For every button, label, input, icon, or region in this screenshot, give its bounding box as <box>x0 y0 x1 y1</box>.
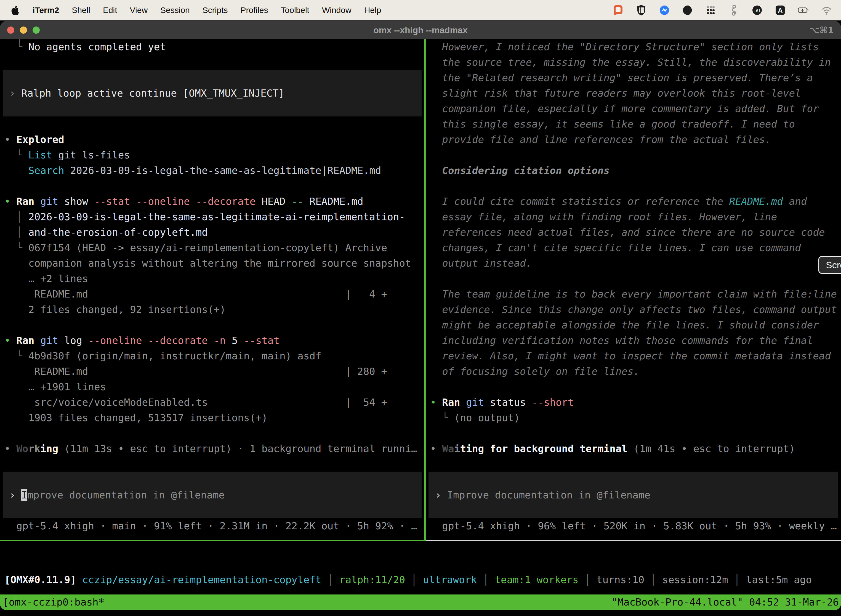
omx-status-line: [OMX#0.11.9] cczip/essay/ai-reimplementa… <box>0 572 841 588</box>
terminal-row: might be acceptable alongside the file l… <box>426 317 841 333</box>
screen-tooltip: Scre <box>818 256 841 274</box>
terminal-row: references need actual files, and since … <box>426 224 841 240</box>
terminal-row: › Improve documentation in @filename <box>428 487 838 503</box>
terminal-row: README.md | 4 + <box>0 286 424 302</box>
terminal-row: The team guideline is to back every impo… <box>426 286 841 302</box>
terminal-row <box>428 472 838 487</box>
terminal-row: gpt-5.4 xhigh · main · 91% left · 2.31M … <box>0 518 424 534</box>
terminal-row <box>0 55 424 70</box>
terminal-row: slight risk that future readers may over… <box>426 85 841 101</box>
right-pane: However, I noticed the "Directory Struct… <box>426 39 841 534</box>
terminal-row <box>0 456 424 472</box>
menu-item-window[interactable]: Window <box>322 6 352 15</box>
terminal-row <box>426 425 841 441</box>
terminal-row: • Working (11m 13s • esc to interrupt) ·… <box>0 441 424 456</box>
terminal-row: › Ralph loop active continue [OMX_TMUX_I… <box>3 85 422 101</box>
terminal-row: changes, I can't cite specific file line… <box>426 240 841 255</box>
terminal-row: └ (no output) <box>426 410 841 425</box>
terminal-row: the source tree, missing the essay. Stil… <box>426 55 841 70</box>
terminal-row: • Ran git status --short <box>426 395 841 410</box>
menu-item-profiles[interactable]: Profiles <box>240 6 268 15</box>
ralph-loop-banner[interactable]: › Ralph loop active continue [OMX_TMUX_I… <box>3 70 422 116</box>
terminal-row: including verification notes with those … <box>426 333 841 348</box>
terminal-row: evidence. Since this change only affects… <box>426 302 841 317</box>
terminal-row: • Explored <box>0 132 424 147</box>
terminal-row: … +2 lines <box>0 271 424 286</box>
terminal-row <box>426 147 841 163</box>
terminal-row <box>0 317 424 333</box>
terminal-row: └ No agents completed yet <box>0 39 424 55</box>
screen-tooltip-label: Scre <box>826 260 841 270</box>
terminal-row: Search 2026-03-09-is-legal-the-same-as-l… <box>0 163 424 178</box>
terminal-row: provide file and line references from th… <box>426 132 841 147</box>
terminal-row: • Ran git show --stat --oneline --decora… <box>0 194 424 209</box>
window-title: omx --xhigh --madmax <box>0 25 841 35</box>
terminal-row: However, I noticed the "Directory Struct… <box>426 39 841 55</box>
active-pane-border <box>0 540 426 541</box>
terminal-row: gpt-5.4 xhigh · 96% left · 520K in · 5.8… <box>426 518 841 534</box>
menu-item-view[interactable]: View <box>130 6 148 15</box>
terminal-row: … +1901 lines <box>0 379 424 395</box>
menu-item-scripts[interactable]: Scripts <box>202 6 228 15</box>
prompt-input-left[interactable]: › Improve documentation in @filename <box>3 472 422 518</box>
terminal-row <box>426 456 841 472</box>
screen-mirroring-icon[interactable] <box>612 4 624 16</box>
terminal-row <box>0 178 424 194</box>
wifi-icon[interactable] <box>820 4 833 16</box>
chain-squiggle-icon[interactable] <box>728 4 740 16</box>
terminal-row: └ 4b9d30f (origin/main, instructkr/main,… <box>0 348 424 364</box>
terminal-row: this single essay, it seems like a good … <box>426 116 841 132</box>
menu-item-toolbelt[interactable]: Toolbelt <box>281 6 309 15</box>
shield-grid-icon[interactable] <box>635 4 647 16</box>
terminal-row: └ 067f154 (HEAD -> essay/ai-reimplementa… <box>0 240 424 255</box>
terminal-row: companion file, especially if more comme… <box>426 101 841 116</box>
terminal-content: └ No agents completed yet› Ralph loop ac… <box>0 39 841 610</box>
terminal-row: of focusing solely on file lines. <box>426 364 841 379</box>
terminal-row <box>426 178 841 194</box>
terminal-row <box>0 116 424 132</box>
terminal-row: src/voice/voiceModeEnabled.ts | 54 + <box>0 395 424 410</box>
inactive-pane-border <box>426 540 841 541</box>
badge-61-icon[interactable]: ..61 <box>751 4 763 16</box>
tmux-session-label: [omx-cczip0:bash* <box>0 594 104 610</box>
terminal-row <box>0 425 424 441</box>
prompt-input-right[interactable]: › Improve documentation in @filename <box>428 472 838 518</box>
menu-item-shell[interactable]: Shell <box>72 6 90 15</box>
terminal-window: omx --xhigh --madmax ⌥⌘1 └ No agents com… <box>0 21 841 610</box>
terminal-row: • Waiting for background terminal (1m 41… <box>426 441 841 456</box>
menu-item-edit[interactable]: Edit <box>103 6 117 15</box>
terminal-row: › Improve documentation in @filename <box>3 487 422 503</box>
menu-item-help[interactable]: Help <box>364 6 381 15</box>
menu-item-iterm2[interactable]: iTerm2 <box>32 6 59 15</box>
terminal-row: │ and-the-erosion-of-copyleft.md <box>0 224 424 240</box>
terminal-row: 2 files changed, 92 insertions(+) <box>0 302 424 317</box>
battery-charging-icon[interactable] <box>797 4 810 16</box>
terminal-row: essay file, along with finding root file… <box>426 209 841 224</box>
messenger-bolt-icon[interactable] <box>658 4 671 16</box>
terminal-row: companion analysis without altering the … <box>0 255 424 271</box>
letter-a-icon[interactable]: A <box>774 4 786 16</box>
terminal-row <box>428 503 838 518</box>
terminal-row <box>3 70 422 85</box>
pane-divider[interactable] <box>424 39 426 540</box>
terminal-row <box>3 503 422 518</box>
terminal-row: I could cite commit statistics or refere… <box>426 194 841 209</box>
tmux-status-bar: [omx-cczip0:bash* "MacBook-Pro-44.local"… <box>0 594 841 610</box>
apple-menu-icon[interactable] <box>10 5 20 16</box>
tmux-host-time: "MacBook-Pro-44.local" 04:52 31-Mar-26 <box>611 594 841 610</box>
window-title-bar[interactable]: omx --xhigh --madmax ⌥⌘1 <box>0 21 841 39</box>
terminal-row: │ 2026-03-09-is-legal-the-same-as-legiti… <box>0 209 424 224</box>
crescent-circle-icon[interactable] <box>681 4 694 16</box>
terminal-row <box>426 379 841 395</box>
menu-bar: iTerm2 Shell Edit View Session Scripts P… <box>0 0 841 21</box>
dots-grid-icon[interactable] <box>705 4 717 16</box>
terminal-row <box>3 472 422 487</box>
terminal-row <box>426 271 841 286</box>
terminal-row: review. Also, I might want to inspect th… <box>426 348 841 364</box>
terminal-row: the "Related research writing" section i… <box>426 70 841 85</box>
terminal-row <box>3 101 422 116</box>
svg-text:..61: ..61 <box>753 8 760 13</box>
menu-status-area: ..61 A <box>612 4 841 16</box>
terminal-row: • Ran git log --oneline --decorate -n 5 … <box>0 333 424 348</box>
menu-item-session[interactable]: Session <box>160 6 190 15</box>
